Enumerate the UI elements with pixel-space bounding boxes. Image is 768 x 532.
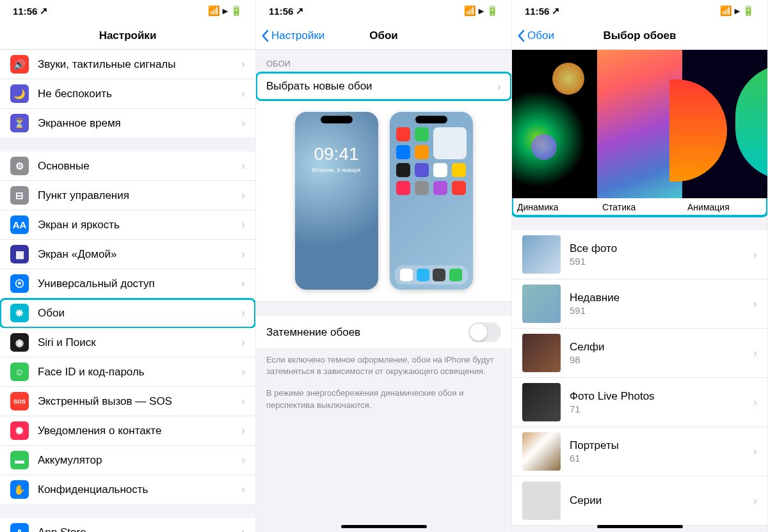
chevron-right-icon: ›: [241, 336, 245, 349]
settings-row-face-id-и-код-пароль[interactable]: ☺Face ID и код-пароль›: [0, 357, 255, 387]
chevron-right-icon: ›: [241, 247, 245, 261]
wifi-icon: ▸: [735, 5, 740, 17]
settings-row-звуки-тактильные-сигналы[interactable]: 🔊Звуки, тактильные сигналы›: [0, 50, 255, 79]
chevron-right-icon: ›: [753, 445, 757, 458]
row-icon: ☺: [10, 363, 29, 381]
chevron-right-icon: ›: [241, 526, 245, 532]
battery-icon: 🔋: [742, 5, 755, 17]
chevron-right-icon: ›: [753, 494, 757, 508]
signal-icon: 📶: [208, 5, 220, 17]
back-button[interactable]: Обои: [517, 29, 554, 42]
status-time: 11:56: [13, 6, 37, 17]
settings-row-не-беспокоить[interactable]: 🌙Не беспокоить›: [0, 79, 255, 109]
signal-icon: 📶: [464, 5, 476, 17]
chevron-right-icon: ›: [753, 347, 757, 360]
back-label: Настройки: [271, 29, 324, 42]
location-icon: ↗: [296, 5, 304, 17]
dimming-toggle[interactable]: [468, 322, 501, 342]
settings-row-экстренный-вызов-sos[interactable]: SOSЭкстренный вызов — SOS›: [0, 387, 255, 416]
album-count: 98: [570, 354, 753, 365]
row-label: Уведомления о контакте: [38, 425, 241, 437]
settings-row-экранное-время[interactable]: ⏳Экранное время›: [0, 109, 255, 137]
wallpaper-type-динамика[interactable]: Динамика: [512, 50, 597, 216]
dimming-description-2: В режиме энергосбережения динамические о…: [256, 387, 511, 421]
row-label: Обои: [38, 307, 241, 320]
battery-icon: 🔋: [486, 5, 499, 17]
chevron-right-icon: ›: [241, 87, 245, 100]
album-title: Портреты: [570, 439, 753, 452]
settings-row-пункт-управления[interactable]: ⊟Пункт управления›: [0, 181, 255, 210]
row-label: Аккумулятор: [38, 454, 241, 467]
album-title: Серии: [570, 494, 753, 507]
home-indicator[interactable]: [341, 525, 427, 528]
row-label: Пункт управления: [38, 189, 241, 202]
wallpaper-types-row: ДинамикаСтатикаАнимация: [512, 50, 767, 216]
album-thumb: [522, 235, 561, 274]
chevron-right-icon: ›: [241, 453, 245, 467]
settings-row-основные[interactable]: ⚙Основные›: [0, 152, 255, 181]
settings-row-экран-домой-[interactable]: ▦Экран «Домой»›: [0, 240, 255, 269]
home-indicator[interactable]: [597, 525, 683, 528]
location-icon: ↗: [40, 5, 48, 17]
chevron-right-icon: ›: [241, 58, 245, 71]
settings-row-app-store[interactable]: AApp Store›: [0, 518, 255, 532]
album-thumb: [522, 285, 561, 323]
row-label: Экран и яркость: [38, 219, 241, 231]
album-row-недавние[interactable]: Недавние591›: [512, 279, 767, 329]
settings-row-универсальный-доступ[interactable]: ⦿Универсальный доступ›: [0, 269, 255, 299]
settings-row-обои[interactable]: ❋Обои›: [0, 299, 255, 328]
row-label: Экранное время: [38, 117, 241, 130]
settings-row-аккумулятор[interactable]: ▬Аккумулятор›: [0, 446, 255, 475]
album-title: Недавние: [570, 292, 753, 304]
chevron-right-icon: ›: [497, 80, 501, 93]
row-label: Звуки, тактильные сигналы: [38, 58, 241, 71]
status-bar: 11:56 ↗ 📶 ▸ 🔋: [512, 0, 767, 22]
row-icon: SOS: [10, 392, 29, 411]
row-icon: ◉: [10, 333, 29, 352]
status-time: 11:56: [269, 6, 293, 17]
row-icon: 🌙: [10, 84, 29, 103]
album-row-фото-live-photos[interactable]: Фото Live Photos71›: [512, 378, 767, 427]
section-header: ОБОИ: [256, 50, 511, 72]
back-button[interactable]: Настройки: [261, 29, 324, 42]
location-icon: ↗: [552, 5, 560, 17]
status-bar: 11:56 ↗ 📶 ▸ 🔋: [0, 0, 255, 22]
settings-row-конфиденциальность[interactable]: ✋Конфиденциальность›: [0, 475, 255, 504]
chevron-right-icon: ›: [241, 306, 245, 320]
row-icon: AA: [10, 215, 29, 234]
row-label: Не беспокоить: [38, 88, 241, 100]
nav-bar: Настройки Обои: [256, 22, 511, 50]
album-thumb: [522, 432, 561, 471]
chevron-right-icon: ›: [241, 116, 245, 130]
album-row-серии[interactable]: Серии›: [512, 476, 767, 526]
row-icon: ⊟: [10, 186, 29, 205]
chevron-right-icon: ›: [241, 395, 245, 408]
row-label: Основные: [38, 160, 241, 173]
album-row-портреты[interactable]: Портреты61›: [512, 427, 767, 476]
settings-row-siri-и-поиск[interactable]: ◉Siri и Поиск›: [0, 328, 255, 357]
wallpaper-thumb: [512, 50, 597, 198]
choose-new-wallpaper-row[interactable]: Выбрать новые обои ›: [256, 72, 511, 100]
wallpaper-type-анимация[interactable]: Анимация: [682, 50, 767, 216]
lock-screen-preview[interactable]: 09:41 Вторник, 9 января: [295, 112, 378, 290]
home-screen-preview[interactable]: [390, 112, 473, 290]
chevron-right-icon: ›: [241, 424, 245, 437]
row-label: Выбрать новые обои: [266, 80, 497, 93]
back-label: Обои: [527, 29, 554, 42]
row-icon: ⚙: [10, 157, 29, 175]
album-info: Недавние591: [570, 292, 753, 316]
album-row-селфи[interactable]: Селфи98›: [512, 329, 767, 378]
chevron-right-icon: ›: [241, 189, 245, 202]
dimming-description-1: Если включено темное оформление, обои на…: [256, 349, 511, 387]
battery-icon: 🔋: [230, 5, 243, 17]
status-bar: 11:56 ↗ 📶 ▸ 🔋: [256, 0, 511, 22]
row-icon: ▦: [10, 245, 29, 263]
row-icon: ✺: [10, 421, 29, 440]
album-info: Селфи98: [570, 341, 753, 365]
wifi-icon: ▸: [479, 5, 484, 17]
status-time: 11:56: [525, 6, 549, 17]
settings-row-экран-и-яркость[interactable]: AAЭкран и яркость›: [0, 210, 255, 240]
settings-row-уведомления-о-контакте[interactable]: ✺Уведомления о контакте›: [0, 416, 255, 446]
chevron-right-icon: ›: [753, 396, 757, 409]
album-row-все-фото[interactable]: Все фото591›: [512, 230, 767, 279]
